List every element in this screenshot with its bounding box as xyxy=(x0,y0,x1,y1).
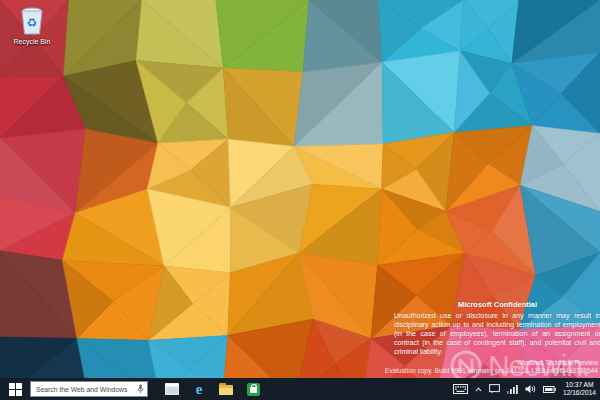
recycle-bin-icon: ♻ xyxy=(17,5,47,37)
store-icon xyxy=(247,383,260,396)
clock-date: 12/16/2014 xyxy=(563,389,596,397)
confidential-watermark: Microsoft Confidential Unauthorized use … xyxy=(394,300,600,356)
clock-time: 10:37 AM xyxy=(563,381,596,389)
task-view-icon xyxy=(165,383,179,395)
taskbar-clock[interactable]: 10:37 AM 12/16/2014 xyxy=(563,381,596,397)
internet-explorer-icon: e xyxy=(196,382,203,397)
volume-icon[interactable] xyxy=(525,384,536,394)
quick-launch: e xyxy=(162,378,263,400)
desktop: ♻ Recycle Bin Microsoft Confidential Una… xyxy=(0,0,600,400)
confidential-title: Microsoft Confidential xyxy=(394,300,600,309)
touch-keyboard-icon[interactable] xyxy=(453,384,468,394)
microphone-icon[interactable] xyxy=(137,384,144,394)
task-view-button[interactable] xyxy=(162,378,182,400)
battery-icon[interactable] xyxy=(543,386,556,393)
build-watermark: Windows Technical Preview Evaluation cop… xyxy=(385,359,598,375)
build-watermark-line1: Windows Technical Preview xyxy=(385,359,598,367)
file-explorer-button[interactable] xyxy=(216,378,236,400)
action-center-icon[interactable] xyxy=(489,384,500,394)
recycle-bin-label: Recycle Bin xyxy=(8,38,56,46)
system-tray: 10:37 AM 12/16/2014 xyxy=(453,378,600,400)
build-watermark-line2: Evaluation copy. Build 9901.winmain_prs.… xyxy=(385,367,598,375)
search-input[interactable] xyxy=(34,385,137,394)
internet-explorer-button[interactable]: e xyxy=(189,378,209,400)
store-button[interactable] xyxy=(243,378,263,400)
show-hidden-icons-icon[interactable] xyxy=(475,387,482,392)
svg-text:♻: ♻ xyxy=(27,16,38,30)
recycle-bin[interactable]: ♻ Recycle Bin xyxy=(8,5,56,46)
start-button[interactable] xyxy=(0,378,30,400)
file-explorer-icon xyxy=(219,385,233,395)
taskbar-search[interactable] xyxy=(30,381,148,397)
taskbar: e xyxy=(0,378,600,400)
network-icon[interactable] xyxy=(507,385,518,394)
windows-logo-icon xyxy=(9,383,22,396)
